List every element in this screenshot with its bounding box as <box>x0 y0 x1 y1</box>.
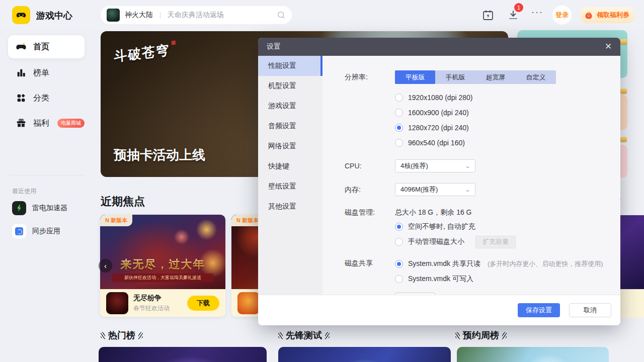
section-title-reservation: 预约周榜 <box>455 329 507 341</box>
nav-wallpaper[interactable]: 壁纸设置 <box>258 176 323 197</box>
recent-item-accelerator[interactable]: 雷电加速器 <box>12 201 67 215</box>
nav-performance[interactable]: 性能设置 <box>258 56 323 76</box>
reservation-card[interactable] <box>457 347 609 362</box>
memory-value: 4096M(推荐) <box>400 185 438 194</box>
disk-share-row: 磁盘共享 System.vmdk 共享只读(多开时内存更小、启动更快，推荐使用)… <box>345 256 620 287</box>
radio-icon[interactable] <box>395 139 403 147</box>
recent-item-label: 同步应用 <box>32 227 60 236</box>
radio-auto-expand[interactable]: 空间不够时, 自动扩充 <box>395 219 516 234</box>
rank-medal-icon <box>620 39 627 44</box>
gift-icon <box>15 117 27 129</box>
disk-share-label: 磁盘共享 <box>345 256 395 270</box>
modal-header[interactable]: 设置 ✕ <box>258 38 620 56</box>
nav-device[interactable]: 机型设置 <box>258 76 323 96</box>
tab-ultrawide[interactable]: 超宽屏 <box>475 70 516 84</box>
recent-section-title: 最近使用 <box>12 187 36 196</box>
section-title-pioneer: 先锋测试 <box>278 329 330 341</box>
radio-icon[interactable] <box>395 275 403 283</box>
game-icon <box>237 292 260 314</box>
save-settings-button[interactable]: 保存设置 <box>518 303 560 317</box>
accelerator-icon <box>12 201 26 215</box>
nav-game[interactable]: 游戏设置 <box>258 96 323 116</box>
carousel-prev-button[interactable]: ‹ <box>99 259 112 273</box>
sidebar-item-categories[interactable]: 分类 <box>8 86 85 110</box>
radio-icon[interactable] <box>395 94 403 102</box>
radio-icon[interactable] <box>395 238 403 246</box>
radio-icon-selected[interactable] <box>395 124 403 132</box>
welfare-store-badge: 电量商城 <box>57 119 85 128</box>
disk-label: 磁盘管理: <box>345 206 395 219</box>
modal-footer: 保存设置 取消 <box>258 295 620 325</box>
nav-audio[interactable]: 音频设置 <box>258 116 323 136</box>
tab-tablet[interactable]: 平板版 <box>395 70 435 84</box>
rank-medal-icon <box>620 137 627 142</box>
radio-vmdk-writable[interactable]: System.vmdk 可写入 <box>395 272 603 287</box>
tab-phone[interactable]: 手机版 <box>435 70 475 84</box>
sidebar-divider <box>8 175 85 175</box>
memory-label: 内存: <box>345 183 395 197</box>
cpu-value: 4核(推荐) <box>400 161 428 170</box>
close-icon[interactable]: ✕ <box>603 42 613 52</box>
pioneer-test-card[interactable] <box>278 347 451 362</box>
modal-title: 设置 <box>267 42 603 51</box>
radio-1920x1080[interactable]: 1920x1080 (dpi 280) <box>395 90 472 105</box>
sidebar-item-home[interactable]: 首页 <box>8 35 85 58</box>
cancel-button[interactable]: 取消 <box>569 303 611 317</box>
sidebar-item-label: 福利 <box>33 118 49 129</box>
resolution-row: 分辨率: 平板版 手机版 超宽屏 自定义 <box>345 70 620 84</box>
recent-item-sync[interactable]: 同步应用 <box>12 224 60 238</box>
app-title: 游戏中心 <box>36 10 72 22</box>
banner-caption: 预抽卡活动上线 <box>114 146 205 164</box>
resolution-tabs: 平板版 手机版 超宽屏 自定义 <box>395 70 556 84</box>
gift-pouch-icon <box>584 10 594 20</box>
chevron-down-icon: ⌄ <box>464 187 471 193</box>
disk-options: 总大小 18 G，剩余 16 G 空间不够时, 自动扩充 手动管理磁盘大小 扩充… <box>395 206 516 249</box>
focus-section-title: 近期焦点 <box>101 194 145 209</box>
radio-vmdk-readonly[interactable]: System.vmdk 共享只读(多开时内存更小、启动更快，推荐使用) <box>395 256 603 272</box>
app-logo[interactable] <box>12 6 30 24</box>
top-bar: 游戏中心 神火大陆 ｜ 天命庆典活动返场 1 ··· 登录 领取福利券 <box>0 0 644 30</box>
nav-network[interactable]: 网络设置 <box>258 136 323 156</box>
settings-modal: 设置 ✕ 性能设置 机型设置 游戏设置 音频设置 网络设置 快捷键 壁纸设置 其… <box>258 38 620 325</box>
search-input[interactable]: 神火大陆 ｜ 天命庆典活动返场 <box>101 6 292 24</box>
settings-nav: 性能设置 机型设置 游戏设置 音频设置 网络设置 快捷键 壁纸设置 其他设置 <box>258 56 323 295</box>
download-button[interactable]: 下载 <box>187 296 219 311</box>
login-button[interactable]: 登录 <box>552 6 572 25</box>
radio-icon-selected[interactable] <box>395 260 403 268</box>
bar-chart-icon <box>15 67 27 79</box>
calendar-icon[interactable] <box>482 9 494 21</box>
sidebar-item-welfare[interactable]: 福利 电量商城 <box>8 112 85 135</box>
game-name: 无尽纷争 <box>133 294 182 303</box>
nav-other[interactable]: 其他设置 <box>258 197 323 217</box>
cpu-select[interactable]: 4核(推荐)⌄ <box>395 159 475 172</box>
radio-manual-disk[interactable]: 手动管理磁盘大小 扩充容量 <box>395 234 516 249</box>
radio-label: 手动管理磁盘大小 <box>408 237 464 246</box>
section-title-hot: 热门榜 <box>101 329 143 341</box>
chevron-down-icon: ⌄ <box>464 163 471 169</box>
radio-960x540[interactable]: 960x540 (dpi 160) <box>395 135 472 150</box>
game-meta: 无尽纷争 春节狂欢活动 <box>133 294 182 313</box>
sidebar-item-rankings[interactable]: 榜单 <box>8 61 85 84</box>
hot-list-card[interactable] <box>99 347 267 362</box>
radio-1600x900[interactable]: 1600x900 (dpi 240) <box>395 105 472 120</box>
tab-custom[interactable]: 自定义 <box>516 70 556 84</box>
focus-card-subline: 新伙伴狂欢活动，大富翁闯关豪礼派送 <box>112 274 213 282</box>
radio-icon-selected[interactable] <box>395 223 403 231</box>
more-icon[interactable]: ··· <box>531 7 543 18</box>
home-gamepad-icon <box>15 41 27 53</box>
radio-label: 1920x1080 (dpi 280) <box>408 94 472 102</box>
radio-label: System.vmdk 可写入 <box>408 275 473 284</box>
memory-select[interactable]: 4096M(推荐)⌄ <box>395 183 475 196</box>
sidebar: 首页 榜单 分类 福利 电量商城 最近使用 雷电加速器 同步应用 <box>0 30 101 362</box>
nav-shortcuts[interactable]: 快捷键 <box>258 156 323 176</box>
title-wing-right <box>138 331 143 339</box>
search-placeholder: 天命庆典活动返场 <box>168 11 277 20</box>
radio-icon[interactable] <box>395 109 403 117</box>
expand-capacity-button[interactable]: 扩充容量 <box>475 236 516 248</box>
focus-card-1[interactable]: N 新版本 来无尽，过大年 新伙伴狂欢活动，大富翁闯关豪礼派送 无尽纷争 春节狂… <box>100 215 225 317</box>
coupon-button[interactable]: 领取福利券 <box>580 7 635 23</box>
search-icon[interactable] <box>277 11 286 20</box>
radio-644x362[interactable]: 644x362 (dpi 240) <box>395 120 472 135</box>
title-wing-left <box>455 331 460 339</box>
settings-content: 分辨率: 平板版 手机版 超宽屏 自定义 1920x1080 (dpi 280)… <box>323 56 620 295</box>
